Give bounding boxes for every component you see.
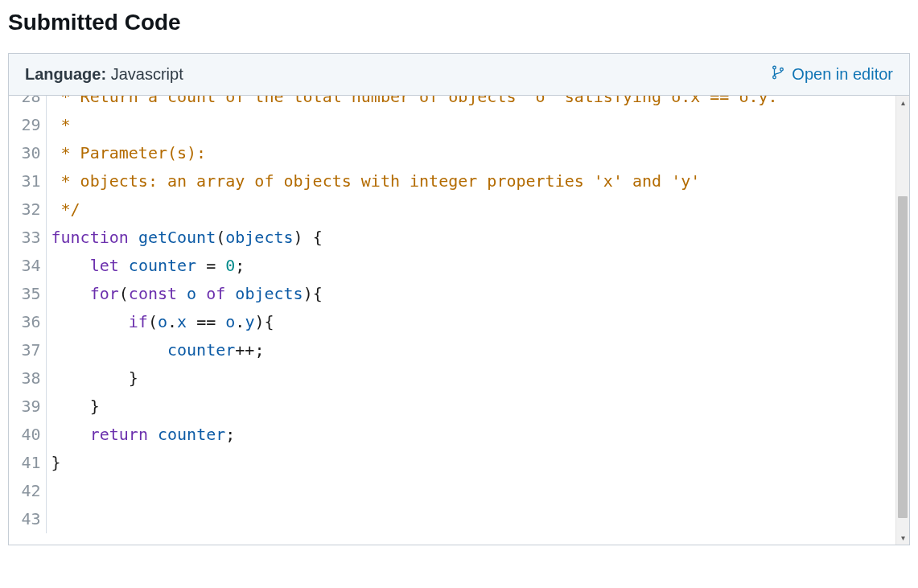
code-content: function getCount(objects) { <box>46 224 895 252</box>
code-line: 39 } <box>9 393 895 421</box>
line-number: 43 <box>9 505 46 533</box>
code-line: 33function getCount(objects) { <box>9 224 895 252</box>
language-block: Language: Javascript <box>25 65 183 84</box>
code-line: 32 */ <box>9 195 895 224</box>
scroll-down-button[interactable]: ▾ <box>896 531 909 545</box>
line-number: 35 <box>9 280 46 308</box>
code-line: 28 * Return a count of the total number … <box>9 96 895 111</box>
code-content: let counter = 0; <box>46 252 895 280</box>
code-content <box>46 477 895 505</box>
code-panel: Language: Javascript Open in editor 28 *… <box>8 53 910 545</box>
line-number: 42 <box>9 477 46 505</box>
language-value: Javascript <box>111 65 183 83</box>
open-in-editor-label: Open in editor <box>792 65 893 84</box>
panel-header: Language: Javascript Open in editor <box>9 54 909 96</box>
svg-point-2 <box>780 68 784 71</box>
open-in-editor-link[interactable]: Open in editor <box>771 65 893 84</box>
code-content: return counter; <box>46 421 895 449</box>
code-content: */ <box>46 195 895 224</box>
code-content: } <box>46 393 895 421</box>
code-line: 34 let counter = 0; <box>9 252 895 280</box>
svg-point-0 <box>773 66 776 69</box>
line-number: 30 <box>9 139 46 167</box>
code-line: 43 <box>9 505 895 533</box>
code-content: * <box>46 111 895 139</box>
line-number: 37 <box>9 336 46 364</box>
code-content: if(o.x == o.y){ <box>46 308 895 336</box>
code-line: 42 <box>9 477 895 505</box>
code-line: 37 counter++; <box>9 336 895 364</box>
vertical-scrollbar[interactable]: ▴ ▾ <box>895 96 909 545</box>
page-title: Submitted Code <box>8 10 910 35</box>
line-number: 29 <box>9 111 46 139</box>
line-number: 34 <box>9 252 46 280</box>
code-content: * objects: an array of objects with inte… <box>46 167 895 195</box>
code-line: 30 * Parameter(s): <box>9 139 895 167</box>
line-number: 38 <box>9 364 46 393</box>
code-content: * Parameter(s): <box>46 139 895 167</box>
code-area: 28 * Return a count of the total number … <box>9 96 909 545</box>
line-number: 40 <box>9 421 46 449</box>
code-content: * Return a count of the total number of … <box>46 96 895 111</box>
code-viewport[interactable]: 28 * Return a count of the total number … <box>9 96 895 545</box>
code-line: 29 * <box>9 111 895 139</box>
code-content: } <box>46 364 895 393</box>
code-line: 41} <box>9 449 895 477</box>
code-line: 36 if(o.x == o.y){ <box>9 308 895 336</box>
line-number: 32 <box>9 195 46 224</box>
language-label: Language: <box>25 65 106 83</box>
scrollbar-track[interactable] <box>896 109 909 531</box>
line-number: 33 <box>9 224 46 252</box>
code-content: counter++; <box>46 336 895 364</box>
code-line: 38 } <box>9 364 895 393</box>
line-number: 31 <box>9 167 46 195</box>
code-line: 35 for(const o of objects){ <box>9 280 895 308</box>
code-content: for(const o of objects){ <box>46 280 895 308</box>
branch-icon <box>771 65 785 84</box>
line-number: 28 <box>9 96 46 111</box>
code-line: 31 * objects: an array of objects with i… <box>9 167 895 195</box>
code-line: 40 return counter; <box>9 421 895 449</box>
scroll-up-button[interactable]: ▴ <box>896 96 909 109</box>
code-table: 28 * Return a count of the total number … <box>9 96 895 533</box>
scrollbar-thumb[interactable] <box>898 196 908 518</box>
code-content: } <box>46 449 895 477</box>
code-content <box>46 505 895 533</box>
line-number: 39 <box>9 393 46 421</box>
line-number: 41 <box>9 449 46 477</box>
svg-point-1 <box>773 76 776 79</box>
line-number: 36 <box>9 308 46 336</box>
